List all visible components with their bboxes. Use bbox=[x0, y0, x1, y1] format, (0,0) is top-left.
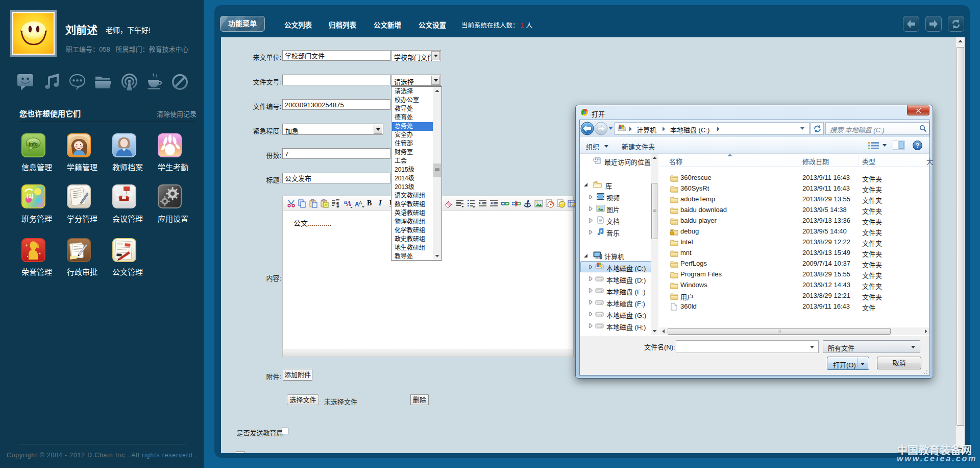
svg-text:T: T bbox=[325, 203, 327, 207]
svg-text:info: info bbox=[29, 141, 38, 147]
svg-text:(1): (1) bbox=[27, 193, 34, 199]
svg-text:A: A bbox=[359, 200, 362, 205]
svg-text:¶: ¶ bbox=[336, 201, 339, 207]
svg-text:?: ? bbox=[916, 142, 919, 149]
svg-text:A: A bbox=[346, 200, 351, 207]
